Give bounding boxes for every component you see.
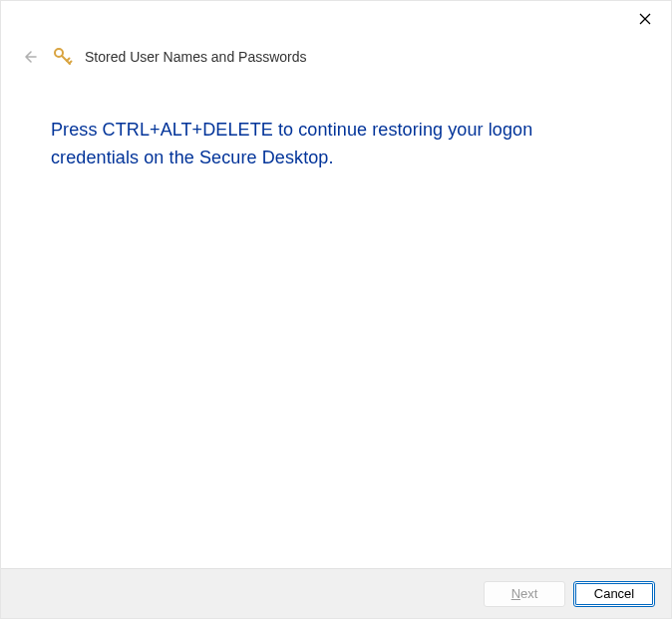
- back-button: [17, 45, 41, 69]
- instruction-text: Press CTRL+ALT+DELETE to continue restor…: [51, 117, 621, 172]
- svg-line-6: [70, 62, 72, 64]
- key-icon: [53, 47, 73, 67]
- content-area: Press CTRL+ALT+DELETE to continue restor…: [1, 89, 671, 200]
- arrow-left-icon: [20, 48, 38, 66]
- titlebar: [1, 1, 671, 33]
- svg-point-3: [58, 52, 61, 55]
- wizard-header: Stored User Names and Passwords: [1, 33, 671, 89]
- next-button: Next: [484, 581, 565, 607]
- close-icon: [639, 13, 651, 25]
- close-button[interactable]: [623, 5, 667, 33]
- next-rest: ext: [520, 586, 537, 601]
- next-mnemonic: N: [511, 586, 520, 601]
- cancel-button[interactable]: Cancel: [573, 581, 655, 607]
- footer: Next Cancel: [1, 568, 671, 618]
- page-title: Stored User Names and Passwords: [85, 49, 307, 65]
- svg-line-5: [67, 59, 70, 62]
